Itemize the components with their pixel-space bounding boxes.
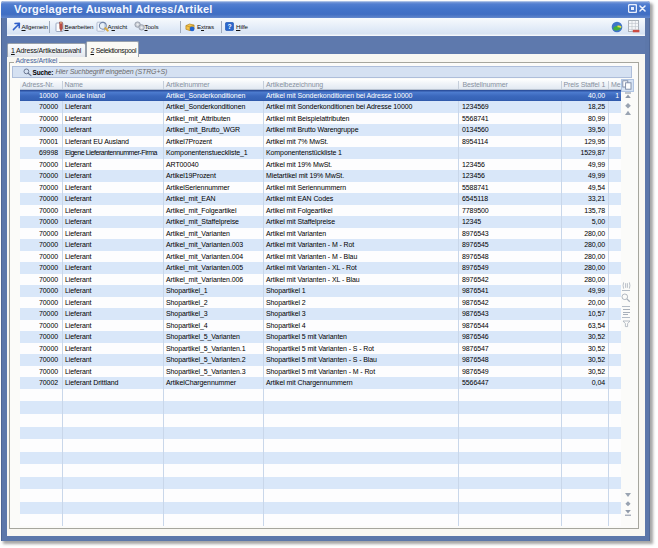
svg-text:?: ? bbox=[227, 23, 231, 30]
